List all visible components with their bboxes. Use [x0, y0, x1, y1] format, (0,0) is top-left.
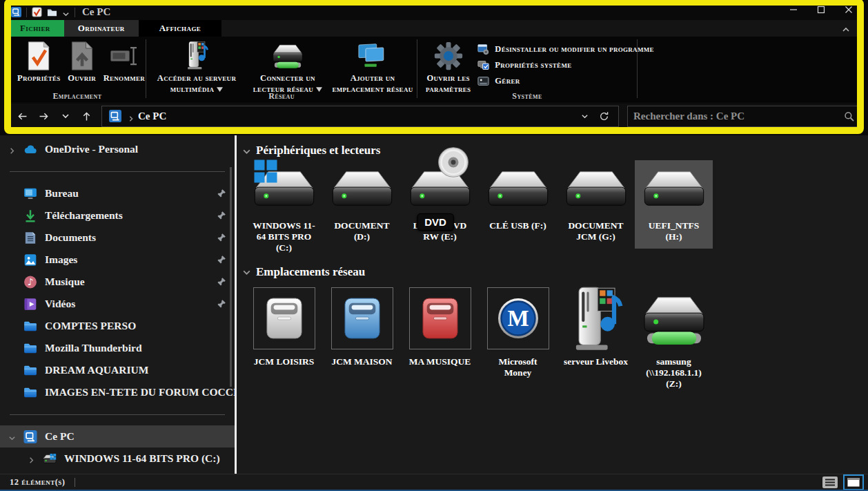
sidebar-item-label: Bureau	[45, 187, 217, 200]
close-button[interactable]	[845, 4, 853, 12]
expander-chevron-icon[interactable]	[8, 211, 23, 220]
new-folder-quick-icon[interactable]	[47, 7, 57, 17]
dropdown-caret-icon	[217, 84, 223, 89]
tab-ordinateur[interactable]: Ordinateur	[64, 20, 139, 37]
properties-button[interactable]: Propriétés	[14, 37, 63, 84]
network-location-tile[interactable]: M Microsoft Money	[479, 283, 557, 387]
sidebar-scrollbar[interactable]	[230, 167, 232, 387]
sidebar-divider	[0, 160, 235, 182]
address-dropdown-icon[interactable]	[575, 107, 593, 125]
expander-chevron-icon[interactable]	[8, 300, 23, 308]
maximize-button[interactable]	[817, 4, 825, 12]
network-location-tile[interactable]: MA MUSIQUE	[401, 283, 479, 387]
ribbon-small-button[interactable]: Désinstaller ou modifier un programme	[477, 42, 653, 57]
ribbon-group-systeme: Ouvrir les paramètres Désinstaller ou mo…	[417, 37, 637, 102]
sidebar-item[interactable]: OneDrive - Personal	[0, 138, 235, 160]
section-collapse-chevron-icon[interactable]	[242, 146, 251, 155]
this-pc-app-icon	[11, 7, 21, 17]
up-button[interactable]	[76, 107, 97, 125]
expander-chevron-icon[interactable]	[28, 454, 43, 463]
rename-button[interactable]: Renommer	[101, 37, 148, 84]
dvd-badge: DVD	[417, 213, 454, 231]
search-input[interactable]	[633, 110, 844, 122]
details-view-button[interactable]	[821, 476, 839, 489]
sidebar-item-icon: ♪	[23, 276, 37, 289]
expander-chevron-icon[interactable]	[8, 432, 23, 441]
pin-icon	[217, 189, 235, 199]
sidebar-item[interactable]: Images	[0, 249, 235, 271]
network-location-tile[interactable]: JCM LOISIRS	[245, 283, 323, 387]
sidebar-item[interactable]: ♪ Musique	[0, 271, 235, 293]
media-server-button[interactable]: Accéder au serveur multimédia	[146, 37, 247, 95]
expander-chevron-icon[interactable]	[8, 145, 23, 153]
sidebar-item[interactable]: IMAGES EN-TETE DU FORUM COCCIN	[0, 381, 235, 403]
network-location-tile[interactable]: JCM MAISON	[323, 283, 401, 387]
expander-chevron-icon[interactable]	[8, 366, 23, 374]
svg-text:M: M	[507, 306, 529, 331]
sidebar-item[interactable]: WINDOWS 11-64 BITS PRO (C:)	[0, 447, 235, 470]
forward-button[interactable]	[33, 107, 55, 125]
section-header-devices[interactable]: Périphériques et lecteurs	[242, 144, 868, 157]
collapse-ribbon-icon[interactable]	[841, 24, 851, 32]
qat-customize-chevron-icon[interactable]	[62, 8, 70, 16]
ribbon-small-button[interactable]: Gérer	[477, 74, 653, 88]
back-button[interactable]	[12, 107, 33, 125]
network-location-tile[interactable]: samsung (\\192.168.1.1) (Z:)	[635, 283, 713, 390]
open-button[interactable]: Ouvrir	[63, 37, 101, 84]
drive-tile[interactable]: DOCUMENT (D:)	[323, 160, 401, 249]
expander-chevron-icon[interactable]	[8, 189, 23, 198]
sidebar-divider	[0, 403, 235, 425]
sidebar-item[interactable]: Vidéos	[0, 293, 235, 315]
address-bar[interactable]: Ce PC	[101, 106, 619, 127]
open-icon	[66, 40, 98, 72]
tab-fichier[interactable]: Fichier	[6, 20, 64, 37]
minimize-button[interactable]	[789, 4, 798, 12]
ribbon-small-button-icon	[477, 44, 489, 55]
map-network-drive-button[interactable]: Connecter un lecteur réseau	[247, 37, 328, 95]
network-location-tile[interactable]: serveur Livebox	[557, 283, 635, 387]
ribbon-small-button[interactable]: Propriétés système	[477, 58, 653, 73]
rename-icon	[108, 40, 140, 72]
drive-tile[interactable]: DVD Lecteur DVD RW (E:)	[401, 160, 479, 249]
ribbon-tab-row: Fichier Ordinateur Affichage	[6, 20, 862, 37]
sidebar-item[interactable]: Ce PC	[0, 425, 235, 447]
expander-chevron-icon[interactable]	[8, 278, 23, 286]
tab-affichage[interactable]: Affichage	[139, 20, 222, 37]
sidebar-item[interactable]: Téléchargements	[0, 204, 235, 227]
breadcrumb[interactable]: Ce PC	[138, 110, 166, 122]
network-location-icon	[642, 292, 707, 347]
sidebar-item-label: OneDrive - Personal	[45, 143, 235, 155]
drive-tile[interactable]: UEFI_NTFS (H:)	[635, 160, 713, 249]
large-icons-view-button[interactable]	[845, 476, 862, 489]
section-title: Emplacements réseau	[256, 265, 365, 279]
expander-chevron-icon[interactable]	[8, 388, 23, 396]
sidebar-item[interactable]: Documents	[0, 227, 235, 249]
refresh-icon[interactable]	[593, 107, 614, 125]
breadcrumb-chevron-icon[interactable]	[128, 113, 135, 119]
ribbon-group-reseau: Accéder au serveur multimédia Connecter …	[146, 37, 417, 102]
drive-tile[interactable]: CLÉ USB (F:)	[479, 160, 557, 249]
sidebar-item[interactable]: COMPTES PERSO	[0, 315, 235, 337]
add-network-location-icon	[357, 40, 388, 72]
section-collapse-chevron-icon[interactable]	[242, 267, 251, 276]
expander-chevron-icon[interactable]	[8, 256, 23, 264]
expander-chevron-icon[interactable]	[8, 322, 23, 330]
recent-locations-chevron-icon[interactable]	[55, 107, 76, 125]
search-box[interactable]	[627, 106, 860, 127]
add-network-location-button[interactable]: Ajouter un emplacement réseau	[328, 37, 417, 95]
properties-quick-icon[interactable]	[32, 7, 42, 17]
section-header-network[interactable]: Emplacements réseau	[242, 265, 868, 279]
expander-chevron-icon[interactable]	[8, 344, 23, 352]
open-settings-button[interactable]: Ouvrir les paramètres	[423, 37, 473, 95]
window-title: Ce PC	[82, 6, 110, 18]
drive-tile[interactable]: WINDOWS 11-64 BITS PRO (C:)	[245, 160, 323, 254]
sidebar-item[interactable]: Bureau	[0, 182, 235, 204]
sidebar-item[interactable]: DREAM AQUARIUM	[0, 359, 235, 381]
sidebar-item-icon	[43, 452, 57, 465]
search-icon[interactable]	[844, 111, 854, 122]
sidebar-item[interactable]: Mozilla Thunderbird	[0, 337, 235, 359]
expander-chevron-icon[interactable]	[8, 233, 23, 242]
sidebar-item-label: Ce PC	[45, 430, 235, 443]
sidebar-item-icon	[23, 386, 37, 399]
drive-tile[interactable]: DOCUMENT JCM (G:)	[557, 160, 635, 249]
